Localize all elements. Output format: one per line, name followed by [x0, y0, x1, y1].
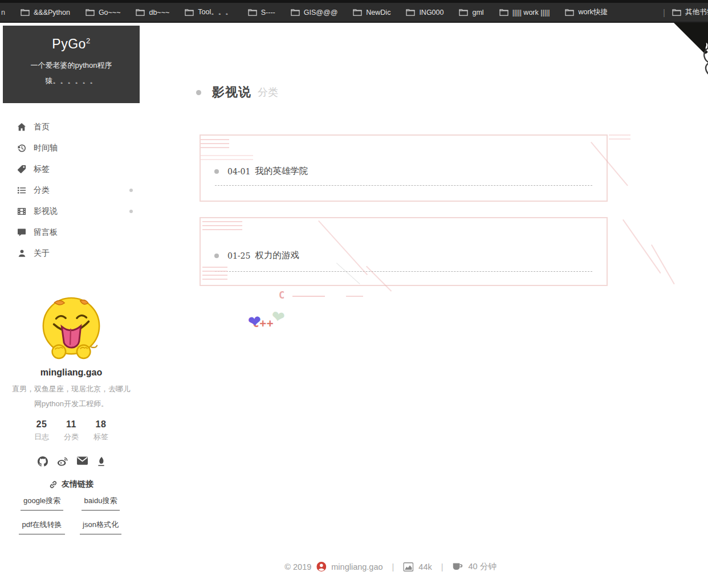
blog-logo-panel: PyGo2 一个爱老婆的python程序猿。。。。。。 — [3, 26, 140, 103]
tag-icon — [17, 165, 27, 174]
profile-stats: 25 日志 11 分类 18 标签 — [0, 419, 143, 442]
stat-tags[interactable]: 18 标签 — [93, 419, 108, 442]
folder-icon — [291, 9, 300, 17]
decor-ticks — [202, 221, 242, 232]
bookmark-folder-work[interactable]: ||||| work ||||| — [499, 9, 550, 17]
decor-ticks — [201, 155, 253, 163]
category-title: 影视说 — [212, 84, 251, 101]
folder-icon — [136, 9, 145, 17]
history-icon — [17, 144, 27, 153]
bookmark-folder-go[interactable]: Go~~~ — [86, 9, 121, 17]
folder-icon — [86, 9, 95, 17]
user-circle-icon — [316, 562, 326, 571]
coffee-icon — [453, 562, 463, 571]
stat-posts[interactable]: 25 日志 — [34, 419, 49, 442]
folder-icon — [565, 9, 574, 17]
bookmark-folder-db[interactable]: db~~~ — [136, 9, 169, 17]
stat-categories[interactable]: 11 分类 — [64, 419, 79, 442]
decor-line — [346, 296, 363, 297]
category-badge: 分类 — [258, 85, 278, 99]
folder-icon — [248, 9, 257, 17]
blog-title[interactable]: PyGo2 — [3, 36, 140, 52]
bookmark-folder-work-shortcut[interactable]: work快捷 — [565, 7, 607, 17]
dashed-divider — [215, 271, 592, 272]
post-link[interactable]: 04-01 我的英雄学院 — [214, 165, 308, 177]
heading-bullet — [196, 90, 201, 95]
decor-line — [292, 296, 325, 297]
footer-read-time: 40 分钟 — [469, 561, 497, 572]
bookmark-folder-python[interactable]: &&&Python — [21, 9, 70, 17]
social-links — [0, 456, 143, 467]
link-icon — [49, 480, 58, 489]
bookmark-folder-s[interactable]: S---- — [248, 9, 275, 17]
sidebar-nav: 首页 时间轴 标签 分类 影视说 留言板 关于 — [0, 116, 143, 264]
decor-ticks — [202, 267, 227, 283]
green-heart-icon: ❤ — [270, 308, 286, 326]
sidebar: PyGo2 一个爱老婆的python程序猿。。。。。。 首页 时间轴 标签 分类… — [0, 23, 143, 588]
category-page-heading: 影视说 分类 — [196, 84, 278, 101]
nav-dot-badge — [129, 210, 133, 213]
bookmark-folder-tool[interactable]: Tool。。。 — [185, 7, 232, 17]
bookmarks-bar: n &&&Python Go~~~ db~~~ Tool。。。 S---- GI… — [0, 0, 708, 23]
message-board-icon — [17, 228, 27, 237]
dashed-divider — [215, 185, 592, 186]
decor-c-text: C — [279, 289, 284, 301]
folder-icon — [185, 9, 194, 17]
sidebar-item-movies[interactable]: 影视说 — [0, 201, 143, 222]
profile-bio: 直男，双鱼星座，现居北京，去哪儿网python开发工程师。 — [10, 382, 132, 411]
post-title: 权力的游戏 — [255, 250, 299, 262]
bookmarks-divider: | — [663, 7, 665, 17]
user-icon — [17, 249, 27, 258]
decor-ticks — [201, 139, 229, 149]
sidebar-item-about[interactable]: 关于 — [0, 243, 143, 264]
post-date: 01-25 — [227, 251, 250, 260]
nav-dot-badge — [129, 189, 133, 192]
friend-link-pdf[interactable]: pdf在线转换 — [19, 520, 64, 534]
home-icon — [17, 122, 27, 132]
decor-diagonal-line — [622, 219, 661, 273]
friend-link-json[interactable]: json格式化 — [80, 520, 121, 534]
sidebar-item-guestbook[interactable]: 留言板 — [0, 222, 143, 243]
sidebar-item-categories[interactable]: 分类 — [0, 179, 143, 201]
envelope-icon[interactable] — [77, 456, 88, 467]
folder-icon — [353, 9, 362, 17]
purple-heart-icon: ❤ — [247, 313, 262, 330]
post-title: 我的英雄学院 — [255, 165, 308, 177]
friend-links-heading: 友情链接 — [0, 479, 143, 489]
post-bullet — [214, 254, 219, 258]
avatar[interactable] — [38, 293, 105, 361]
bookmark-folder-newdic[interactable]: NewDic — [353, 9, 390, 17]
list-icon — [17, 186, 27, 195]
folder-icon — [459, 9, 468, 17]
footer-views: 44k — [418, 562, 432, 571]
page-footer: © 2019 mingliang.gao | 44k | 40 分钟 — [284, 561, 496, 572]
bookmark-folder-gis[interactable]: GIS@@@ — [291, 9, 338, 17]
film-icon — [17, 207, 27, 216]
sidebar-item-timeline[interactable]: 时间轴 — [0, 137, 143, 158]
github-icon[interactable] — [38, 456, 48, 467]
weibo-icon[interactable] — [57, 456, 68, 467]
post-card[interactable]: 04-01 我的英雄学院 — [200, 134, 608, 202]
folder-icon — [21, 9, 30, 17]
copyright-text: © 2019 — [284, 562, 311, 571]
bookmark-folder-gml[interactable]: gml — [459, 9, 483, 17]
clipped-bookmark-label: n — [1, 9, 5, 17]
sidebar-item-home[interactable]: 首页 — [0, 116, 143, 137]
background-squiggle-decor — [695, 47, 708, 76]
footer-author[interactable]: mingliang.gao — [331, 562, 383, 571]
post-card[interactable]: 01-25 权力的游戏 — [200, 217, 608, 286]
blog-subtitle: 一个爱老婆的python程序猿。。。。。。 — [13, 58, 130, 88]
tongue-emoji-avatar-image — [38, 293, 105, 361]
bookmark-folder-ing000[interactable]: ING000 — [406, 9, 443, 17]
friend-links: google搜索 baidu搜索 pdf在线转换 json格式化 — [14, 496, 128, 534]
post-link[interactable]: 01-25 权力的游戏 — [214, 250, 299, 262]
decor-ticks — [609, 134, 630, 140]
friend-link-google[interactable]: google搜索 — [21, 496, 63, 511]
jianshu-pen-icon[interactable] — [97, 456, 105, 467]
folder-icon — [499, 9, 508, 17]
post-bullet — [214, 169, 219, 174]
profile-name: mingliang.gao — [0, 368, 143, 378]
friend-link-baidu[interactable]: baidu搜索 — [82, 496, 120, 511]
sidebar-item-tags[interactable]: 标签 — [0, 158, 143, 179]
other-bookmarks-folder[interactable]: 其他书签 — [672, 7, 708, 17]
